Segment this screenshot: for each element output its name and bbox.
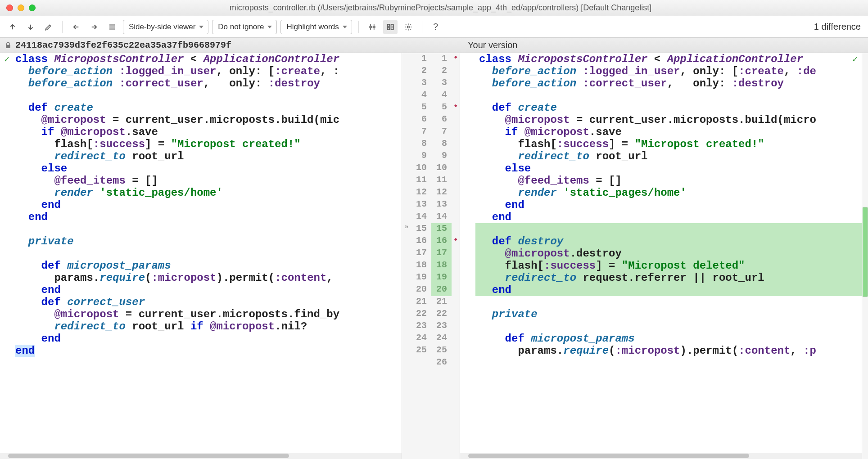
code-line[interactable]: before_action :correct_user, only: :dest… — [475, 77, 862, 90]
gutter-row: 1818 — [402, 260, 460, 272]
code-line[interactable]: def destroy — [475, 235, 862, 248]
code-line[interactable]: private — [475, 308, 862, 320]
gutter-row: 1212 — [402, 187, 460, 199]
code-line[interactable]: params.require(:micropost).permit(:conte… — [12, 272, 402, 284]
diff-toolbar: Side-by-side viewer Do not ignore Highli… — [0, 16, 868, 38]
code-line[interactable]: end — [12, 199, 402, 211]
code-line[interactable]: render 'static_pages/home' — [12, 187, 402, 199]
gutter-row: 2020 — [402, 284, 460, 296]
collapse-unchanged-icon[interactable] — [365, 20, 380, 34]
code-line[interactable]: @micropost.destroy — [475, 248, 862, 260]
code-line[interactable]: flash[:success] = "Micropost created!" — [475, 138, 862, 150]
code-line[interactable]: redirect_to root_url — [475, 150, 862, 162]
right-pane[interactable]: ✓ class MicropostsController < Applicati… — [460, 53, 862, 459]
gutter-row: 99 — [402, 150, 460, 162]
sync-scroll-icon[interactable] — [383, 20, 398, 34]
gutter-row: 2121 — [402, 296, 460, 308]
gutter-row: 1717 — [402, 248, 460, 260]
nav-forward-button[interactable] — [87, 20, 101, 34]
code-line[interactable]: private — [12, 235, 402, 248]
code-line[interactable] — [12, 223, 402, 235]
code-line[interactable]: end — [12, 284, 402, 296]
gutter-row: 2222 — [402, 308, 460, 320]
gutter-row: 55⬥ — [402, 102, 460, 114]
ignore-mode-dropdown[interactable]: Do not ignore — [212, 20, 277, 34]
code-line[interactable]: def micropost_params — [475, 333, 862, 345]
gutter-row: 66 — [402, 114, 460, 126]
code-line[interactable]: class MicropostsController < Application… — [475, 53, 862, 65]
list-icon[interactable] — [105, 20, 119, 34]
lock-icon — [5, 42, 12, 49]
code-line[interactable]: flash[:success] = "Micropost deleted" — [475, 260, 862, 272]
gutter-row: 22 — [402, 65, 460, 77]
code-line[interactable]: @feed_items = [] — [12, 175, 402, 187]
ignore-mode-label: Do not ignore — [218, 22, 264, 32]
gutter-row: 1111 — [402, 175, 460, 187]
gutter-row: 26 — [402, 357, 460, 369]
diff-marker-strip[interactable] — [862, 53, 868, 459]
code-line[interactable]: end — [475, 211, 862, 223]
highlight-mode-dropdown[interactable]: Highlight words — [280, 20, 352, 34]
code-line[interactable]: else — [475, 162, 862, 175]
diff-marker[interactable] — [863, 207, 868, 297]
hscrollbar-right[interactable] — [460, 453, 862, 459]
code-line[interactable]: before_action :logged_in_user, only: [:c… — [475, 65, 862, 77]
gutter-row: 2323 — [402, 320, 460, 333]
code-line[interactable]: before_action :correct_user, only: :dest… — [12, 77, 402, 90]
gutter-row: 1414 — [402, 211, 460, 223]
edit-icon[interactable] — [41, 20, 56, 34]
gutter-row: 44 — [402, 90, 460, 102]
gutter-row: 2424 — [402, 333, 460, 345]
code-line[interactable] — [12, 248, 402, 260]
code-line[interactable] — [12, 90, 402, 102]
code-line[interactable]: def correct_user — [12, 296, 402, 308]
code-line[interactable]: @micropost = current_user.microposts.fin… — [12, 308, 402, 320]
left-pane[interactable]: ✓ class MicropostsController < Applicati… — [0, 53, 402, 459]
code-line[interactable]: end — [12, 211, 402, 223]
minimize-icon[interactable] — [18, 4, 24, 11]
code-line[interactable]: end — [475, 284, 862, 296]
gutter-row: 11⬥ — [402, 53, 460, 65]
code-line[interactable]: end — [12, 333, 402, 345]
code-line[interactable]: render 'static_pages/home' — [475, 187, 862, 199]
zoom-icon[interactable] — [29, 4, 36, 11]
revision-labels: 24118ac7939d3fe2f635c22ea35a37fb9668979f… — [0, 38, 868, 53]
code-line[interactable]: end — [475, 199, 862, 211]
code-line[interactable]: flash[:success] = "Micropost created!" — [12, 138, 402, 150]
code-line[interactable]: end — [12, 345, 402, 357]
gutter-row: »1515 — [402, 223, 460, 235]
code-line[interactable]: redirect_to request.referrer || root_url — [475, 272, 862, 284]
code-line[interactable] — [475, 223, 862, 235]
code-line[interactable]: @micropost = current_user.microposts.bui… — [475, 114, 862, 126]
prev-diff-button[interactable] — [5, 20, 20, 34]
code-line[interactable] — [475, 320, 862, 333]
code-line[interactable]: redirect_to root_url if @micropost.nil? — [12, 320, 402, 333]
code-line[interactable]: params.require(:micropost).permit(:conte… — [475, 345, 862, 357]
gutter-row: 2525 — [402, 345, 460, 357]
code-line[interactable]: def create — [12, 102, 402, 114]
code-line[interactable]: @feed_items = [] — [475, 175, 862, 187]
code-line[interactable]: @micropost = current_user.microposts.bui… — [12, 114, 402, 126]
code-line[interactable]: before_action :logged_in_user, only: [:c… — [12, 65, 402, 77]
viewer-mode-label: Side-by-side viewer — [129, 22, 195, 32]
difference-count: 1 difference — [814, 22, 863, 32]
code-line[interactable] — [475, 90, 862, 102]
code-line[interactable]: if @micropost.save — [12, 126, 402, 138]
next-diff-button[interactable] — [23, 20, 38, 34]
viewer-mode-dropdown[interactable]: Side-by-side viewer — [123, 20, 208, 34]
code-line[interactable] — [475, 357, 862, 369]
hscrollbar-left[interactable] — [0, 453, 402, 459]
help-icon[interactable]: ? — [429, 20, 443, 34]
code-line[interactable] — [475, 296, 862, 308]
code-line[interactable]: def create — [475, 102, 862, 114]
code-line[interactable]: class MicropostsController < Application… — [12, 53, 402, 65]
window-title: microposts_controller.rb (/Users/jetbrai… — [42, 3, 862, 13]
gear-icon[interactable] — [401, 20, 416, 34]
diff-body: ✓ class MicropostsController < Applicati… — [0, 53, 868, 459]
code-line[interactable]: redirect_to root_url — [12, 150, 402, 162]
nav-back-button[interactable] — [69, 20, 83, 34]
code-line[interactable]: def micropost_params — [12, 260, 402, 272]
code-line[interactable]: else — [12, 162, 402, 175]
code-line[interactable]: if @micropost.save — [475, 126, 862, 138]
close-icon[interactable] — [6, 4, 13, 11]
